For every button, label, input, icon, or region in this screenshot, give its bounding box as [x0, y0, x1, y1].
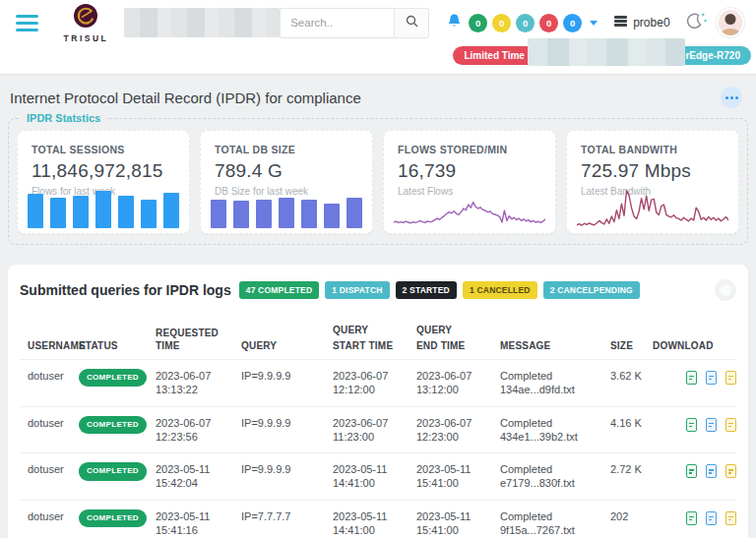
cell-query: IP=9.9.9.9 — [241, 369, 333, 383]
col-query-end-time: QUERY END TIME — [416, 324, 500, 352]
submitted-queries-card: Submitted queries for IPDR logs 47 COMPL… — [8, 265, 748, 538]
badge-cancelled[interactable]: 1 CANCELLED — [463, 281, 537, 299]
download-data-icon[interactable] — [706, 464, 717, 478]
stat-value: 725.97 Mbps — [581, 160, 724, 182]
download-log-icon[interactable] — [725, 371, 736, 385]
cell-status: COMPLETED — [79, 416, 156, 434]
col-download: DOWNLOAD — [653, 339, 736, 352]
badge-started[interactable]: 2 STARTED — [396, 281, 457, 299]
download-log-icon[interactable] — [725, 418, 736, 432]
cell-username: dotuser — [28, 416, 79, 430]
cell-size: 3.62 K — [610, 369, 653, 383]
cell-end-time: 2023-06-0713:12:00 — [416, 369, 500, 397]
col-size: SIZE — [610, 339, 653, 352]
notif-badge-green[interactable]: 0 — [469, 14, 487, 32]
cell-requested-time: 2023-06-0712:23:56 — [156, 416, 241, 445]
banner-row: erEdge-R720 Limited Time License Expirin… — [0, 45, 756, 73]
db-size-bar-chart — [211, 189, 362, 228]
badge-completed[interactable]: 47 COMPLETED — [239, 281, 320, 299]
notification-area: 0 0 0 0 0 — [447, 13, 598, 32]
stat-label: TOTAL BANDWITH — [581, 144, 724, 155]
cell-username: dotuser — [28, 462, 79, 476]
ellipsis-menu-button[interactable] — [721, 87, 742, 108]
notif-badge-yellow[interactable]: 0 — [492, 14, 511, 32]
col-query: QUERY — [241, 339, 333, 352]
cell-requested-time: 2023-05-1115:42:04 — [156, 462, 241, 491]
download-data-icon[interactable] — [706, 371, 717, 385]
notif-badge-blue[interactable]: 0 — [563, 14, 582, 32]
queries-title: Submitted queries for IPDR logs — [20, 282, 231, 298]
cell-download — [653, 371, 742, 385]
download-data-icon[interactable] — [706, 511, 717, 525]
download-log-icon[interactable] — [725, 464, 736, 478]
brand[interactable]: TRISUL — [64, 3, 109, 43]
stats-legend: IPDR Statstics — [21, 112, 106, 124]
col-requested-time: REQUESTED TIME — [156, 327, 241, 352]
download-report-icon[interactable] — [686, 418, 697, 432]
user-avatar[interactable] — [717, 8, 744, 37]
badge-dispatch[interactable]: 1 DISPATCH — [325, 281, 389, 299]
cell-query: IP=9.9.9.9 — [241, 462, 333, 476]
cell-username: dotuser — [28, 509, 79, 523]
notif-badge-red[interactable]: 0 — [539, 14, 558, 32]
table-header-row: USERNAME STATUS REQUESTED TIME QUERY QUE… — [20, 315, 736, 360]
badge-cancelpending[interactable]: 2 CANCELPENDING — [543, 281, 640, 299]
sparkle-icon: ✦ — [703, 18, 707, 24]
search-icon — [406, 14, 418, 31]
download-report-icon[interactable] — [686, 464, 697, 478]
queries-header: Submitted queries for IPDR logs 47 COMPL… — [20, 279, 736, 301]
stat-label: TOTAL SESSIONS — [32, 144, 175, 155]
cell-download — [653, 511, 742, 525]
top-header: TRISUL 0 0 0 0 0 prob — [0, 0, 756, 75]
page-title-row: Internet Protocol Detail Record (IPDR) f… — [0, 75, 756, 108]
table-row: dotuser COMPLETED 2023-05-1115:42:04 IP=… — [20, 453, 736, 501]
brand-name: TRISUL — [64, 33, 109, 43]
cell-download — [653, 418, 742, 432]
search-input[interactable] — [280, 8, 394, 38]
cell-size: 4.16 K — [610, 416, 653, 430]
table-row: dotuser COMPLETED 2023-06-0712:23:56 IP=… — [20, 407, 736, 454]
status-badge: COMPLETED — [79, 369, 147, 387]
cell-end-time: 2023-05-1115:41:00 — [416, 462, 500, 491]
notif-badge-teal[interactable]: 0 — [516, 14, 535, 32]
hamburger-menu-icon[interactable] — [16, 15, 38, 31]
cell-status: COMPLETED — [79, 509, 156, 527]
search-button[interactable] — [394, 8, 429, 38]
status-badge: COMPLETED — [79, 462, 147, 480]
ipdr-statistics-section: IPDR Statstics TOTAL SESSIONS 11,846,972… — [8, 112, 748, 245]
download-report-icon[interactable] — [686, 371, 697, 385]
dark-mode-toggle[interactable]: ✦ ✦ — [686, 13, 703, 33]
server-icon — [613, 15, 628, 30]
col-message: MESSAGE — [500, 339, 610, 352]
loader-icon — [715, 279, 736, 301]
chevron-down-icon[interactable] — [590, 21, 598, 26]
blurred-region — [528, 38, 685, 66]
probe-selector[interactable]: probe0 — [613, 15, 669, 30]
download-log-icon[interactable] — [725, 511, 736, 525]
status-badge: COMPLETED — [79, 416, 147, 434]
cell-status: COMPLETED — [79, 369, 156, 387]
page-title: Internet Protocol Detail Record (IPDR) f… — [10, 90, 361, 106]
probe-label: probe0 — [633, 16, 669, 30]
stat-value: 789.4 G — [215, 160, 358, 182]
status-badge: COMPLETED — [79, 509, 147, 527]
blurred-text-region — [124, 8, 280, 37]
cell-end-time: 2023-06-0712:23:00 — [416, 416, 500, 445]
cell-query: IP=7.7.7.7 — [241, 509, 333, 523]
table-row: dotuser COMPLETED 2023-06-0713:13:22 IP=… — [20, 360, 736, 407]
stat-label: TOTAL DB SIZE — [215, 144, 358, 155]
download-data-icon[interactable] — [706, 418, 717, 432]
bell-icon[interactable] — [447, 13, 462, 32]
sparkle-icon: ✦ — [701, 11, 706, 18]
cell-status: COMPLETED — [79, 462, 156, 480]
stat-card-total-bandwidth: TOTAL BANDWITH 725.97 Mbps Latest Bandwi… — [566, 130, 739, 234]
search-box — [280, 8, 429, 38]
stat-card-total-sessions: TOTAL SESSIONS 11,846,972,815 Flows for … — [17, 130, 190, 234]
status-filter-badges: 47 COMPLETED 1 DISPATCH 2 STARTED 1 CANC… — [239, 281, 640, 299]
download-report-icon[interactable] — [686, 511, 697, 525]
queries-table: USERNAME STATUS REQUESTED TIME QUERY QUE… — [20, 315, 736, 538]
stat-label: FLOWS STORED/MIN — [398, 144, 541, 155]
col-username: USERNAME — [28, 339, 79, 352]
cell-size: 202 — [610, 509, 653, 523]
cell-start-time: 2023-05-1114:41:00 — [333, 462, 416, 491]
